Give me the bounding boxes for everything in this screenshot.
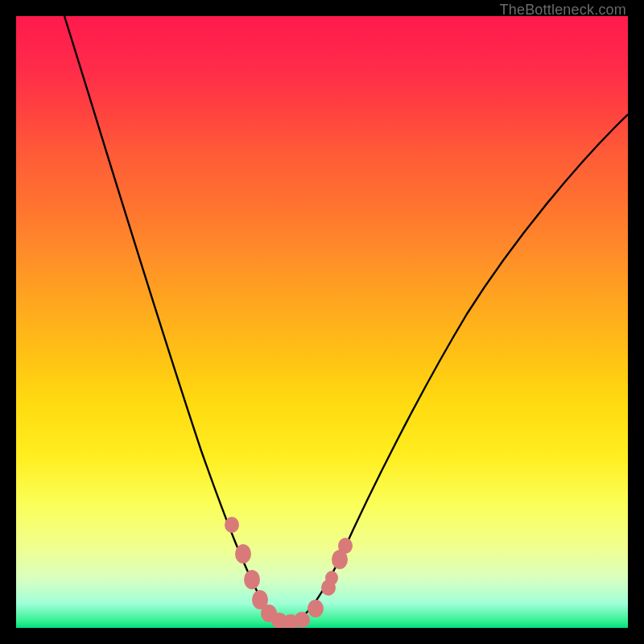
marker-dot	[225, 517, 239, 533]
marker-dot	[325, 571, 338, 585]
marker-dot	[294, 612, 310, 628]
outer-black-frame: TheBottleneck.com	[0, 0, 644, 644]
chart-svg	[16, 16, 628, 628]
marker-cluster	[225, 517, 353, 628]
bottleneck-curve-path	[64, 16, 628, 622]
watermark-text: TheBottleneck.com	[500, 2, 626, 19]
marker-dot	[308, 600, 324, 617]
marker-dot	[244, 570, 260, 589]
marker-dot	[235, 544, 251, 564]
marker-dot	[338, 538, 353, 554]
